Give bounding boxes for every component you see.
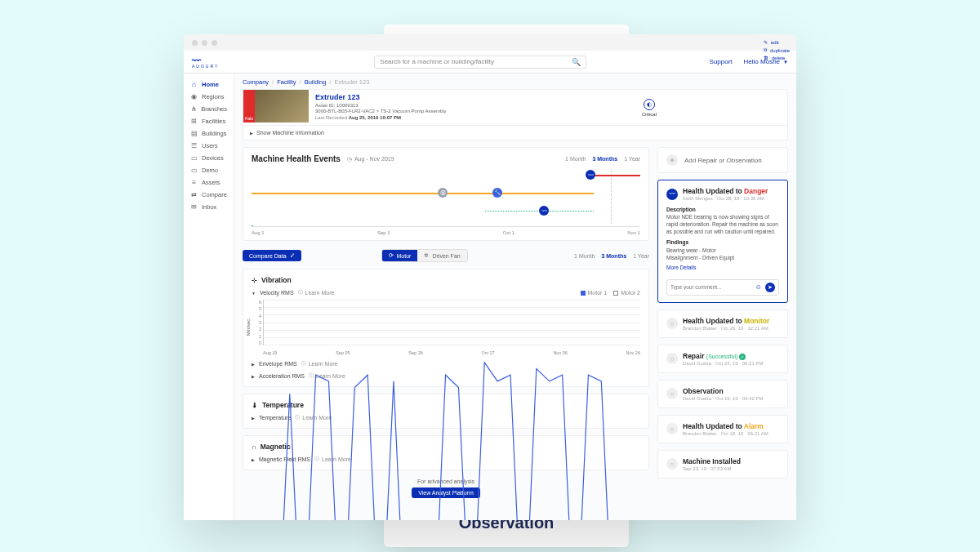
mhe-timeline: 〰 ⦿ 🔧 〰 — [252, 170, 640, 235]
sidebar-icon: ▭ — [190, 167, 198, 174]
sidebar-item-devices[interactable]: ▭Devices — [184, 152, 234, 164]
timeline-event-monitor[interactable]: 〰 — [539, 206, 549, 216]
window-dot[interactable] — [212, 40, 217, 46]
legend-motor-2[interactable]: Motor 2 — [613, 290, 640, 296]
feed-card[interactable]: ○Machine InstalledSep 23, 19 · 07:53 AM — [657, 450, 788, 479]
main-content: Company/Facility/Building/Extruder 123 H… — [234, 73, 796, 520]
comment-input[interactable] — [670, 284, 752, 290]
motor-icon: ⟳ — [389, 252, 394, 259]
compare-icon: ⤢ — [290, 252, 295, 259]
feed-card-title: Observation — [683, 387, 763, 395]
show-machine-info-toggle[interactable]: ▶ Show Machine Information — [243, 125, 787, 140]
asset-info: Extruder 123 Asset ID: 10009313 3000-BTL… — [309, 90, 453, 125]
range-option[interactable]: 1 Month — [574, 253, 595, 259]
chevron-right-icon[interactable]: ▶ — [252, 457, 255, 462]
feed-card-icon: ○ — [666, 318, 678, 329]
feed-card-title: Health Updated to Alarm — [683, 422, 768, 430]
sidebar-icon: ◉ — [190, 93, 198, 100]
search-icon[interactable]: 🔍 — [572, 58, 581, 66]
feed-card-title: Machine Installed — [683, 457, 741, 465]
chevron-right-icon[interactable]: ▶ — [252, 416, 255, 421]
sidebar-icon: ▤ — [190, 130, 198, 137]
bell-icon: ◐ — [644, 99, 655, 110]
add-repair-observation-button[interactable]: ＋ Add Repair or Observation — [657, 147, 788, 173]
send-button[interactable]: ➤ — [765, 283, 775, 292]
sidebar-icon: ⇄ — [190, 191, 198, 198]
window-dot[interactable] — [192, 40, 198, 46]
timeline-event-observation[interactable]: ⦿ — [438, 188, 448, 198]
timeline-event-danger[interactable]: 〰 — [586, 170, 595, 180]
feed-card-title: Health Updated to Danger — [683, 187, 768, 195]
learn-more-link[interactable]: ⓘLearn More — [298, 289, 335, 296]
app-window: 〰 AUGURY Search for a machine or buildin… — [184, 34, 796, 520]
compare-range-selector: 1 Month3 Months1 Year — [574, 253, 649, 259]
mhe-title: Machine Health Events — [252, 154, 341, 163]
asset-image: Halo — [243, 90, 309, 122]
feed-card[interactable]: ○Repair (Successful)✓David Guetta · Oct … — [657, 345, 788, 373]
sidebar-item-users[interactable]: ☰Users — [184, 140, 234, 152]
sidebar-item-branches[interactable]: ⋔Branches — [184, 103, 234, 115]
range-option[interactable]: 3 Months — [601, 253, 626, 259]
asset-card: Halo Extruder 123 Asset ID: 10009313 300… — [243, 89, 788, 140]
asset-id: Asset ID: 10009313 — [315, 103, 447, 109]
sidebar-item-facilities[interactable]: ⊞Facilities — [184, 115, 234, 127]
feed-card-icon: ○ — [666, 353, 678, 364]
compare-data-button[interactable]: Compare Data⤢ — [243, 250, 301, 261]
sidebar-item-demo[interactable]: ▭Demo — [184, 164, 234, 176]
sidebar-item-inbox[interactable]: ✉Inbox — [184, 201, 234, 213]
asset-name: Extruder 123 — [315, 93, 447, 103]
sidebar-icon: ⊞ — [190, 118, 198, 125]
info-icon: ⓘ — [298, 289, 303, 296]
emoji-icon[interactable]: ☺ — [755, 283, 762, 291]
chevron-down-icon[interactable]: ▼ — [252, 291, 256, 296]
range-option[interactable]: 1 Year — [633, 253, 649, 259]
window-dot[interactable] — [202, 40, 207, 46]
sidebar-item-regions[interactable]: ◉Regions — [184, 91, 234, 103]
compare-toolbar: Compare Data⤢ ⟳Motor ✲Driven Fan 1 Month… — [243, 249, 649, 262]
chevron-right-icon[interactable]: ▶ — [252, 374, 255, 379]
feed-card[interactable]: 〰Health Updated to DangerKeith Menges · … — [657, 180, 788, 303]
breadcrumb-item[interactable]: Company — [243, 78, 269, 86]
chevron-right-icon[interactable]: ▶ — [252, 362, 255, 367]
logo[interactable]: 〰 AUGURY — [192, 56, 219, 69]
breadcrumb-item: Extruder 123 — [334, 78, 369, 86]
window-titlebar — [184, 34, 796, 51]
timeline-event-repair[interactable]: 🔧 — [492, 188, 502, 198]
sidebar-item-assets[interactable]: ≡Assets — [184, 176, 234, 189]
feed-card-meta: Brandon Blatter · Oct 26, 19 · 12:21 AM — [683, 326, 769, 331]
sidebar-item-buildings[interactable]: ▤Buildings — [184, 127, 234, 140]
vibration-section: ⊹Vibration ▼ Velocity RMS ⓘLearn More Mo… — [243, 269, 649, 387]
fan-icon: ✲ — [424, 252, 429, 259]
breadcrumb-item[interactable]: Facility — [277, 78, 296, 86]
topbar: 〰 AUGURY Search for a machine or buildin… — [184, 51, 796, 73]
range-option[interactable]: 3 Months — [592, 156, 617, 162]
clock-icon: ◷ — [347, 156, 352, 162]
feed-card-icon: 〰 — [666, 189, 678, 200]
sidebar-item-home[interactable]: ⌂Home — [184, 78, 234, 91]
range-option[interactable]: 1 Year — [624, 156, 640, 162]
feed-card-icon: ○ — [666, 423, 678, 434]
sidebar-item-compare[interactable]: ⇄Compare — [184, 189, 234, 201]
feed-card[interactable]: ○Health Updated to AlarmBrandon Blatter … — [657, 415, 788, 443]
sidebar-icon: ▭ — [190, 154, 198, 162]
support-link[interactable]: Support — [710, 58, 733, 65]
thermometer-icon: 🌡 — [252, 402, 258, 409]
breadcrumb-item[interactable]: Building — [305, 78, 327, 86]
legend-motor-1[interactable]: Motor 1 — [581, 290, 608, 296]
motor-toggle[interactable]: ⟳Motor — [382, 250, 418, 261]
plus-icon: ＋ — [666, 154, 678, 166]
range-option[interactable]: 1 Month — [565, 156, 586, 162]
sidebar-icon: ☰ — [190, 142, 198, 149]
feed-card-meta: Brandon Blatter · Oct 18, 19 · 06:21 AM — [683, 431, 768, 436]
breadcrumb: Company/Facility/Building/Extruder 123 — [243, 78, 788, 86]
driven-fan-toggle[interactable]: ✲Driven Fan — [417, 250, 466, 261]
feed-card-meta: Keith Menges · Oct 28, 19 · 10:35 AM — [683, 196, 768, 201]
feed-card[interactable]: ○ObservationDavid Guetta · Oct 19, 19 · … — [657, 380, 788, 408]
search-input[interactable]: Search for a machine or building/facilit… — [374, 56, 586, 69]
sidebar: ⌂Home◉Regions⋔Branches⊞Facilities▤Buildi… — [184, 73, 234, 520]
more-details-link[interactable]: More Details — [666, 264, 696, 271]
search-placeholder: Search for a machine or building/facilit… — [380, 58, 494, 65]
feed-card-icon: ○ — [666, 388, 678, 399]
machine-health-events-card: Machine Health Events ◷ Aug - Nov 2019 1… — [243, 147, 649, 241]
feed-card[interactable]: ○Health Updated to MonitorBrandon Blatte… — [657, 309, 788, 338]
